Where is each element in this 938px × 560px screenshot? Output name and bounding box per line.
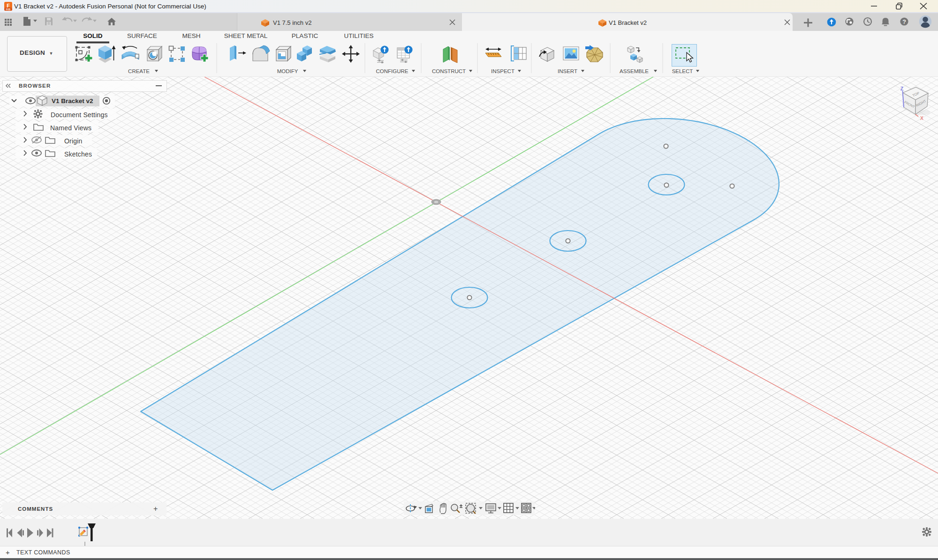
svg-text:FUS: FUS xyxy=(6,8,10,11)
svg-text:INSPECT: INSPECT xyxy=(491,68,514,74)
svg-text:MODIFY: MODIFY xyxy=(277,68,298,74)
svg-text:V1 7.5 inch v2: V1 7.5 inch v2 xyxy=(273,19,311,26)
svg-text:PLASTIC: PLASTIC xyxy=(292,32,318,39)
svg-text:MESH: MESH xyxy=(182,32,200,39)
svg-text:ASSEMBLE: ASSEMBLE xyxy=(620,68,649,74)
svg-text:CONFIGURE: CONFIGURE xyxy=(376,68,408,74)
svg-text:CONSTRUCT: CONSTRUCT xyxy=(432,68,466,74)
svg-text:F: F xyxy=(7,3,10,8)
svg-text:SURFACE: SURFACE xyxy=(127,32,157,39)
svg-text:V1 Bracket v2: V1 Bracket v2 xyxy=(609,19,647,26)
svg-text:Z: Z xyxy=(900,86,904,91)
svg-text:SOLID: SOLID xyxy=(83,32,103,39)
svg-text:CREATE: CREATE xyxy=(128,68,150,74)
svg-text:?: ? xyxy=(902,19,906,25)
svg-text:UTILITIES: UTILITIES xyxy=(344,32,373,39)
svg-text:SHEET METAL: SHEET METAL xyxy=(224,32,268,39)
svg-text:INSERT: INSERT xyxy=(558,68,577,74)
svg-text:SELECT: SELECT xyxy=(672,68,693,74)
svg-text:X: X xyxy=(920,115,923,121)
